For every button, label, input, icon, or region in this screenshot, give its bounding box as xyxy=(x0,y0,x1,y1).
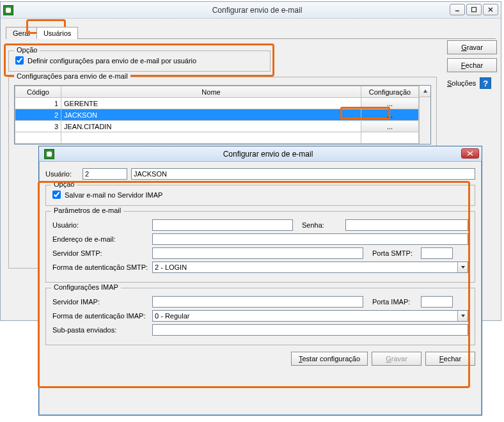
dialog-opcao-group: Opção Salvar e-mail no Servidor IMAP xyxy=(45,185,475,206)
usuario-name-input[interactable] xyxy=(131,168,475,180)
help-icon[interactable]: ? xyxy=(480,77,491,89)
param-email-group: Parâmetros de e-mail Usuário: Senha: End… xyxy=(45,211,475,283)
table-row[interactable]: 1 GERENTE ... xyxy=(15,98,419,109)
table-scrollbar[interactable] xyxy=(419,86,430,144)
users-table: Código Nome Configuração 1 GERENTE ... 2 xyxy=(15,86,419,144)
checkbox-definir-por-usuario[interactable] xyxy=(15,56,24,65)
imap-auth-label: Forma de autenticação IMAP: xyxy=(52,312,148,320)
param-senha-label: Senha: xyxy=(297,221,342,229)
param-auth-smtp-combo[interactable]: 2 - LOGIN xyxy=(152,262,468,273)
imap-legend: Configurações IMAP xyxy=(51,283,121,291)
dialog-opcao-legend: Opção xyxy=(51,180,77,188)
col-codigo[interactable]: Código xyxy=(15,86,61,98)
app-icon xyxy=(44,149,54,159)
param-smtp-label: Servidor SMTP: xyxy=(52,249,148,257)
imap-subpasta-input[interactable] xyxy=(152,324,468,336)
checkbox-salvar-imap-label: Salvar e-mail no Servidor IMAP xyxy=(65,191,162,199)
param-email-legend: Parâmetros de e-mail xyxy=(51,207,123,214)
maximize-button[interactable] xyxy=(466,4,482,15)
svg-marker-4 xyxy=(423,90,427,93)
config-legend: Configurações para envio de e-mail xyxy=(14,72,130,80)
dialog-gravar-button[interactable]: Gravar xyxy=(372,352,421,366)
imap-subpasta-label: Sub-pasta enviados: xyxy=(52,326,148,334)
tab-geral[interactable]: Geral xyxy=(6,27,37,39)
main-side-buttons: Gravar Fechar Soluções ? xyxy=(447,40,497,89)
testar-config-button[interactable]: Testar configuração xyxy=(291,352,368,366)
scroll-up-icon[interactable] xyxy=(420,86,430,97)
close-button[interactable] xyxy=(483,4,498,15)
param-porta-smtp-label: Porta SMTP: xyxy=(367,249,417,257)
config-row-button[interactable]: ... xyxy=(361,109,419,121)
table-row[interactable] xyxy=(15,132,419,144)
param-auth-smtp-label: Forma de autenticação SMTP: xyxy=(52,263,148,271)
svg-rect-1 xyxy=(472,8,476,12)
param-smtp-input[interactable] xyxy=(152,247,363,259)
param-auth-smtp-value: 2 - LOGIN xyxy=(155,263,187,271)
table-header-row: Código Nome Configuração xyxy=(15,86,419,98)
param-endereco-input[interactable] xyxy=(152,233,468,245)
imap-porta-input[interactable] xyxy=(421,296,453,308)
param-senha-input[interactable] xyxy=(345,219,468,231)
table-row[interactable]: 3 JEAN.CITADIN ... xyxy=(15,121,419,132)
col-nome[interactable]: Nome xyxy=(61,86,361,98)
param-usuario-label: Usuário: xyxy=(52,221,148,229)
imap-servidor-input[interactable] xyxy=(152,296,363,308)
config-row-button[interactable]: ... xyxy=(361,121,419,132)
tab-bar: Geral Usuários xyxy=(6,25,496,39)
svg-marker-8 xyxy=(461,315,465,317)
usuario-label: Usuário: xyxy=(45,170,79,178)
config-row-button[interactable]: ... xyxy=(361,98,419,109)
dialog-buttons: Testar configuração Gravar Fechar xyxy=(45,352,475,366)
imap-servidor-label: Servidor IMAP: xyxy=(52,298,148,306)
app-icon xyxy=(3,5,13,15)
param-porta-smtp-input[interactable] xyxy=(421,247,453,259)
dialog-close-button[interactable] xyxy=(461,148,479,159)
col-config[interactable]: Configuração xyxy=(361,86,419,98)
dialog-title: Configurar envio de e-mail xyxy=(54,150,482,159)
checkbox-definir-label: Definir configurações para envio de e-ma… xyxy=(28,57,196,65)
gravar-button[interactable]: Gravar xyxy=(447,40,497,54)
chevron-down-icon xyxy=(457,262,468,272)
imap-auth-value: 0 - Regular xyxy=(155,312,189,320)
svg-marker-7 xyxy=(461,266,465,269)
opcao-legend: Opção xyxy=(14,46,40,54)
chevron-down-icon xyxy=(457,311,468,321)
opcao-group: Opção Definir configurações para envio d… xyxy=(8,51,271,72)
tab-usuarios[interactable]: Usuários xyxy=(36,27,78,39)
dialog-config-email: Configurar envio de e-mail Usuário: Opçã… xyxy=(38,146,482,416)
minimize-button[interactable] xyxy=(450,4,465,15)
fechar-button[interactable]: Fechar xyxy=(447,58,497,72)
imap-porta-label: Porta IMAP: xyxy=(367,298,417,306)
imap-auth-combo[interactable]: 0 - Regular xyxy=(152,310,468,322)
imap-group: Configurações IMAP Servidor IMAP: Porta … xyxy=(45,288,475,345)
table-row-selected[interactable]: 2 JACKSON ... xyxy=(15,109,419,121)
solucoes-link[interactable]: Soluções xyxy=(447,79,476,87)
dialog-titlebar: Configurar envio de e-mail xyxy=(39,146,482,162)
usuario-code-input[interactable] xyxy=(83,168,127,180)
dialog-fechar-button[interactable]: Fechar xyxy=(425,352,475,366)
param-endereco-label: Endereço de e-mail: xyxy=(52,235,148,243)
main-titlebar: Configurar envio de e-mail xyxy=(1,2,501,19)
param-usuario-input[interactable] xyxy=(152,219,293,231)
main-title: Configurar envio de e-mail xyxy=(13,6,501,15)
checkbox-salvar-imap[interactable] xyxy=(52,191,61,199)
